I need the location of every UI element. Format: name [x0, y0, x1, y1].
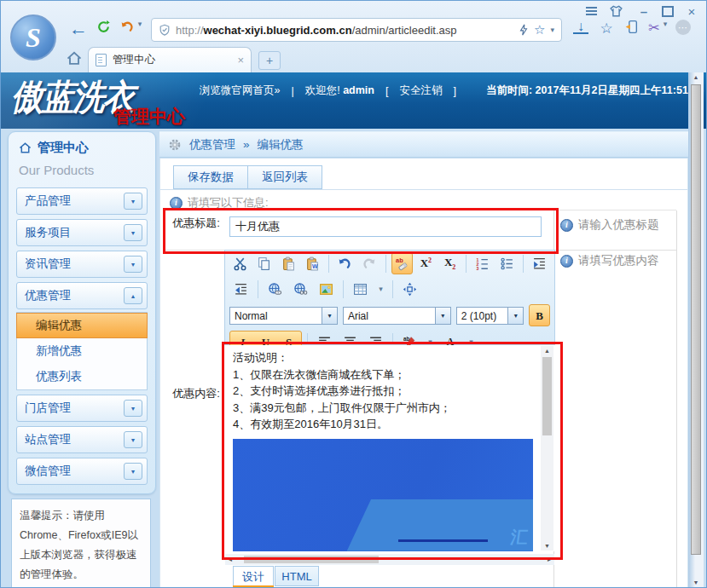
size-select[interactable]: 2 (10pt)▾: [456, 307, 524, 325]
close-button[interactable]: ×: [685, 4, 698, 18]
submenu-new-promotion[interactable]: 新增优惠: [17, 338, 147, 364]
editor-horizontal-scrollbar[interactable]: ◂ ▸: [225, 554, 554, 565]
editor-toolbar: W ab X2 X2 123 ▾ Normal▾ Arial▾ 2 (10pt)…: [224, 250, 555, 345]
sidebar-item-stores[interactable]: 门店管理▼: [16, 395, 148, 422]
scroll-up-arrow[interactable]: ▲: [544, 346, 550, 355]
browser-logo[interactable]: S: [10, 14, 56, 61]
title-hint: i 请输入优惠标题: [560, 217, 659, 233]
redo-button[interactable]: [358, 252, 380, 274]
superscript-button[interactable]: X2: [415, 252, 437, 274]
scrollbar-thumb[interactable]: [244, 556, 379, 563]
paragraph-select[interactable]: Normal▾: [229, 307, 338, 325]
ordered-list-button[interactable]: 123: [472, 252, 493, 274]
scroll-up-arrow[interactable]: ▲: [693, 72, 699, 83]
cut-button[interactable]: [229, 252, 251, 274]
sidebar-item-promotions[interactable]: 优惠管理▲: [16, 282, 148, 309]
tab-admin-center[interactable]: 管理中心 ×: [88, 47, 252, 72]
editor-content-area[interactable]: 活动说明： 1、仅限在洗衣微信商城在线下单； 2、支付时请选择优惠券进行抵扣； …: [225, 345, 554, 551]
insert-image-button[interactable]: [315, 278, 338, 300]
unordered-list-button[interactable]: [496, 252, 518, 274]
maximize-button[interactable]: [661, 4, 675, 18]
breadcrumb-page: 编辑优惠: [258, 137, 304, 153]
sidebar-item-products[interactable]: 产品管理▼: [16, 187, 148, 215]
lightning-icon[interactable]: [519, 24, 529, 36]
download-button[interactable]: ↓: [573, 20, 588, 34]
new-tab-button[interactable]: +: [258, 51, 281, 70]
fullscreen-button[interactable]: [398, 278, 421, 300]
chevron-down-icon[interactable]: ▼: [124, 256, 142, 273]
back-to-list-button[interactable]: 返回列表: [247, 165, 322, 189]
chevron-up-icon[interactable]: ▲: [124, 287, 142, 304]
copy-button[interactable]: [253, 252, 275, 274]
chevron-down-icon[interactable]: ▼: [124, 463, 142, 480]
url-text[interactable]: http://wechat-xiyi.bluegrid.com.cn/admin…: [176, 24, 513, 37]
editor-tab-design[interactable]: 设计: [233, 566, 274, 586]
breadcrumb-section[interactable]: 优惠管理: [189, 137, 235, 153]
insert-table-button[interactable]: [349, 278, 372, 300]
scroll-left-arrow[interactable]: ◂: [225, 556, 235, 563]
chevron-down-icon[interactable]: ▼: [124, 431, 142, 448]
divider: [523, 255, 524, 273]
url-host: wechat-xiyi.bluegrid.com.cn: [204, 24, 352, 37]
indent-button[interactable]: [529, 252, 550, 274]
page-vertical-scrollbar[interactable]: ▲ ▼: [688, 72, 704, 588]
chevron-down-icon[interactable]: ▼: [124, 224, 142, 241]
home-button[interactable]: [66, 49, 83, 66]
sidebar-item-site[interactable]: 站点管理▼: [16, 426, 148, 453]
sidebar-item-services[interactable]: 服务项目▼: [16, 219, 148, 246]
skin-theme-icon[interactable]: [607, 4, 624, 18]
insert-link-button[interactable]: [264, 278, 287, 300]
undo-dropdown-caret[interactable]: ▾: [136, 20, 144, 28]
bookmark-star-icon[interactable]: ☆: [534, 22, 545, 37]
scrollbar-thumb[interactable]: [691, 84, 701, 555]
scroll-down-arrow[interactable]: ▼: [544, 541, 550, 551]
divider: [385, 255, 386, 273]
subscript-button[interactable]: X2: [439, 252, 461, 274]
bold-button[interactable]: B: [529, 304, 550, 326]
font-select[interactable]: Arial▾: [343, 307, 451, 325]
url-scheme: http://: [176, 24, 204, 37]
save-button[interactable]: 保存数据: [173, 165, 248, 189]
toolbar-row-3: Normal▾ Arial▾ 2 (10pt)▾ B: [225, 302, 554, 329]
refresh-button[interactable]: [95, 20, 112, 34]
undo-button[interactable]: [119, 20, 136, 34]
tab-title: 管理中心: [113, 53, 231, 67]
view-site-link[interactable]: 浏览微官网首页»: [200, 84, 280, 98]
urlbar-dropdown-caret[interactable]: ▾: [550, 26, 554, 34]
favorites-button[interactable]: ☆: [598, 20, 615, 37]
scroll-down-arrow[interactable]: ▼: [693, 578, 699, 588]
editor-tab-html[interactable]: HTML: [275, 566, 319, 586]
url-bar[interactable]: http://wechat-xiyi.bluegrid.com.cn/admin…: [151, 18, 562, 42]
submenu-edit-promotion[interactable]: 编辑优惠: [16, 313, 148, 338]
screenshot-button[interactable]: ✂: [646, 20, 662, 36]
paste-button[interactable]: [278, 252, 299, 274]
outdent-button[interactable]: [229, 278, 252, 300]
editor-vertical-scrollbar[interactable]: ▲ ▼: [541, 346, 553, 551]
table-icon: [353, 282, 368, 297]
remove-format-button[interactable]: ab: [391, 252, 413, 274]
sidebar-item-wechat[interactable]: 微信管理▼: [16, 458, 148, 485]
chevron-down-icon[interactable]: ▼: [124, 400, 142, 417]
promo-title-input[interactable]: [229, 216, 542, 237]
more-tools-button[interactable]: ⋯: [675, 20, 692, 35]
sidebar-header: 管理中心: [9, 132, 155, 159]
scrollbar-thumb[interactable]: [542, 357, 552, 435]
remove-link-button[interactable]: [289, 278, 312, 300]
logout-link[interactable]: 安全注销: [399, 84, 442, 98]
back-button[interactable]: ←: [69, 20, 88, 38]
browser-menu-icon[interactable]: [583, 4, 599, 18]
screenshot-dropdown-caret[interactable]: ▾: [661, 20, 669, 28]
submenu-promotion-list[interactable]: 优惠列表: [17, 364, 147, 389]
sidebar-item-news[interactable]: 资讯管理▼: [16, 251, 148, 278]
tab-close-icon[interactable]: ×: [237, 54, 244, 66]
scroll-right-arrow[interactable]: ▸: [544, 556, 554, 563]
send-to-phone-button[interactable]: [623, 20, 640, 34]
table-dropdown-caret[interactable]: ▾: [374, 278, 387, 300]
divider: [328, 255, 329, 273]
paste-from-word-button[interactable]: W: [302, 252, 323, 274]
undo-button[interactable]: [334, 252, 356, 274]
minimize-button[interactable]: –: [637, 4, 651, 18]
chevron-down-icon[interactable]: ▼: [124, 193, 142, 210]
banner-nav: 浏览微官网首页» | 欢迎您! admin [ 安全注销 ] 当前时间: 201…: [200, 84, 704, 98]
home-icon: [66, 49, 83, 66]
